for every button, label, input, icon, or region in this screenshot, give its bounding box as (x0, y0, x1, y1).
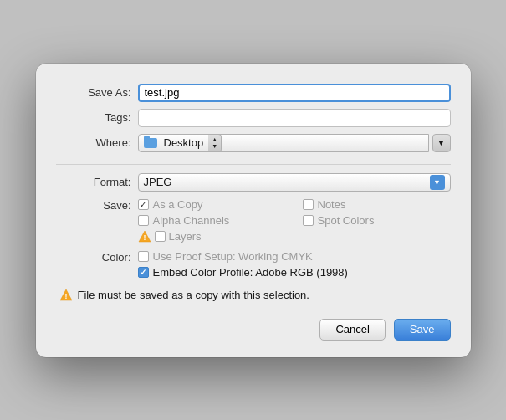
color-label: Color: (56, 250, 131, 264)
spot-colors-label: Spot Colors (318, 214, 375, 227)
format-row: Format: JPEG ▼ (56, 173, 451, 192)
where-value: Desktop (164, 136, 204, 149)
save-as-label: Save As: (56, 86, 131, 99)
cancel-button[interactable]: Cancel (319, 319, 385, 341)
warning-bottom: ! File must be saved as a copy with this… (56, 282, 451, 305)
checkmark-icon: ✓ (140, 200, 146, 209)
layers-checkbox[interactable] (155, 231, 166, 242)
where-chevron-button[interactable]: ▼ (432, 134, 451, 152)
save-as-row: Save As: (56, 84, 451, 102)
save-section: Save: ✓ As a Copy Notes Alpha Channels S… (56, 198, 451, 243)
where-container: Desktop ▲ ▼ ▼ (138, 134, 451, 152)
alpha-channels-item: Alpha Channels (138, 214, 286, 227)
save-as-input[interactable] (138, 84, 451, 102)
divider-1 (56, 164, 451, 165)
as-a-copy-item: ✓ As a Copy (138, 198, 286, 211)
as-a-copy-label: As a Copy (153, 198, 203, 211)
layers-item: ! Layers (138, 230, 286, 243)
svg-text:!: ! (64, 292, 67, 300)
spot-colors-checkbox[interactable] (303, 215, 314, 226)
use-proof-setup-label: Use Proof Setup: Working CMYK (153, 250, 313, 263)
warning-bottom-icon: ! (59, 289, 73, 302)
format-select[interactable]: JPEG ▼ (138, 173, 451, 192)
where-row: Where: Desktop ▲ ▼ ▼ (56, 134, 451, 152)
tags-label: Tags: (56, 111, 131, 124)
alpha-channels-checkbox[interactable] (138, 215, 149, 226)
checkmark-white-icon: ✓ (140, 268, 146, 277)
layers-label: Layers (169, 230, 202, 243)
save-button[interactable]: Save (394, 319, 451, 341)
svg-text:!: ! (143, 233, 146, 242)
up-arrow-icon: ▲ (212, 136, 217, 142)
warning-bottom-text: File must be saved as a copy with this s… (78, 289, 309, 301)
down-arrow-icon: ▼ (212, 143, 217, 149)
alpha-channels-label: Alpha Channels (153, 214, 230, 227)
tags-input[interactable] (138, 109, 451, 127)
folder-icon (144, 138, 157, 148)
notes-item: Notes (303, 198, 451, 211)
save-checkboxes-grid: ✓ As a Copy Notes Alpha Channels Spot Co… (138, 198, 451, 243)
embed-color-profile-item: ✓ Embed Color Profile: Adobe RGB (1998) (138, 266, 451, 279)
format-value: JPEG (144, 176, 430, 188)
as-a-copy-checkbox[interactable]: ✓ (138, 199, 149, 210)
spot-colors-item: Spot Colors (303, 214, 451, 227)
warning-inline-icon: ! (138, 230, 151, 243)
format-arrow-icon: ▼ (430, 175, 445, 190)
use-proof-setup-item: Use Proof Setup: Working CMYK (138, 250, 451, 263)
notes-checkbox[interactable] (303, 199, 314, 210)
buttons-row: Cancel Save (56, 319, 451, 341)
where-label: Where: (56, 136, 131, 149)
layers-row: ! Layers (138, 230, 202, 243)
format-label: Format: (56, 176, 131, 188)
use-proof-setup-checkbox[interactable] (138, 251, 149, 262)
embed-color-profile-checkbox[interactable]: ✓ (138, 267, 149, 278)
save-dialog: Save As: Tags: Where: Desktop ▲ ▼ ▼ (36, 64, 471, 357)
color-section: Color: Use Proof Setup: Working CMYK ✓ E… (56, 250, 451, 279)
where-select[interactable]: Desktop ▲ ▼ (138, 134, 429, 152)
notes-label: Notes (318, 198, 346, 211)
where-arrows[interactable]: ▲ ▼ (208, 134, 222, 152)
tags-row: Tags: (56, 109, 451, 127)
save-label: Save: (56, 198, 131, 212)
embed-color-profile-label: Embed Color Profile: Adobe RGB (1998) (153, 266, 348, 279)
color-checkboxes: Use Proof Setup: Working CMYK ✓ Embed Co… (138, 250, 451, 279)
chevron-down-icon: ▼ (437, 138, 446, 147)
